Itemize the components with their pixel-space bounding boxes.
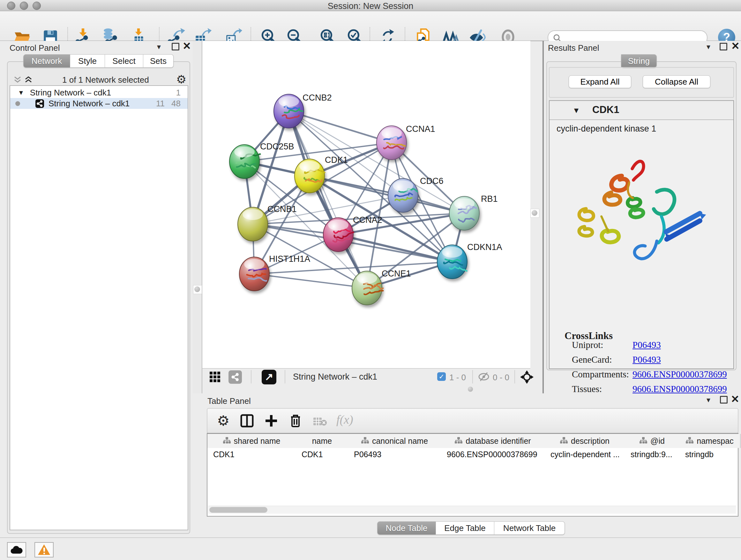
results-buttons-box: Expand All Collapse All (549, 67, 734, 98)
network-edge-CCNE1-HIST1H1A[interactable] (254, 274, 367, 288)
network-options-gear-icon[interactable]: ⚙ (176, 73, 186, 86)
table-panel-close-icon[interactable]: ✕ (731, 396, 739, 402)
gene-card-header[interactable]: ▼ CDK1 (549, 101, 733, 120)
scrollbar-thumb[interactable] (209, 507, 267, 513)
control-panel-undock-icon[interactable] (172, 43, 179, 51)
tab-style[interactable]: Style (70, 54, 105, 68)
tab-network-table[interactable]: Network Table (494, 521, 565, 535)
network-node-CDC25B[interactable]: CDC25B (229, 142, 294, 179)
table-cell[interactable]: stringdb:9... (625, 449, 679, 460)
add-column-icon[interactable] (264, 414, 278, 428)
table-cell[interactable]: 9606.ENSP00000378699 (441, 449, 545, 460)
table-panel-undock-icon[interactable] (720, 396, 728, 403)
left-splitter[interactable] (193, 41, 202, 393)
tab-select[interactable]: Select (105, 54, 143, 68)
results-panel-float-icon[interactable]: ▼ (705, 44, 712, 51)
network-view-toolbar: ↗ String Network – cdk1 ✓ 1 - 0 0 - 0 (202, 368, 530, 385)
warning-button[interactable] (35, 542, 54, 557)
network-node-CCNA1[interactable]: CCNA1 (377, 124, 435, 160)
results-panel-close-icon[interactable]: ✕ (731, 43, 740, 49)
network-node-CDK1[interactable]: CDK1 (294, 155, 348, 193)
node-label: CCNE1 (382, 269, 411, 278)
gene-description: cyclin-dependent kinase 1 (556, 124, 656, 134)
crosslink-label: GeneCard: (572, 354, 612, 365)
main-toolbar: ? (0, 11, 741, 41)
show-columns-icon[interactable] (240, 414, 254, 428)
network-tree-root-row[interactable]: ▼ String Network – cdk1 1 (10, 87, 188, 98)
collapse-all-icon[interactable] (13, 76, 22, 84)
column-header--id[interactable]: @id (625, 434, 680, 448)
delete-table-icon (313, 417, 327, 426)
crosslink-link[interactable]: P06493 (632, 340, 661, 350)
horizontal-splitter-handle[interactable] (468, 387, 473, 392)
delete-column-trash-icon[interactable] (288, 413, 302, 428)
network-label: String Network – cdk1 (49, 99, 130, 109)
application-window: Session: New Session (0, 0, 741, 560)
column-type-icon (686, 436, 693, 446)
right-splitter-handle[interactable] (530, 209, 539, 218)
tab-node-table[interactable]: Node Table (377, 521, 436, 535)
collapse-arrow-icon[interactable]: ▼ (18, 89, 24, 97)
column-header-canonical-name[interactable]: canonical name (348, 434, 442, 448)
column-header-shared-name[interactable]: shared name (207, 434, 296, 448)
table-cell[interactable]: CDK1 (296, 449, 348, 460)
network-edge-CCNB2-CCNA1[interactable] (289, 111, 392, 143)
status-bar: Memory (0, 537, 741, 560)
cloud-button[interactable] (7, 542, 26, 557)
network-node-CCNB2[interactable]: CCNB2 (274, 93, 332, 128)
selected-checkbox-icon[interactable]: ✓ (437, 372, 446, 381)
network-collection-label: String Network – cdk1 (30, 88, 111, 98)
column-header-name[interactable]: name (296, 434, 349, 448)
collapse-arrow-icon[interactable]: ▼ (572, 106, 580, 115)
network-node-CDKN1A[interactable]: CDKN1A (437, 242, 502, 279)
control-panel-close-icon[interactable]: ✕ (183, 43, 191, 49)
column-header-namespac[interactable]: namespac (679, 434, 741, 448)
column-header-description[interactable]: description (545, 434, 625, 448)
node-label: CCNA1 (406, 124, 435, 134)
tab-string[interactable]: String (621, 54, 657, 68)
results-panel-undock-icon[interactable] (720, 43, 727, 51)
birdseye-grid-icon[interactable] (209, 371, 221, 383)
table-panel-float-icon[interactable]: ▼ (705, 396, 712, 404)
open-in-window-icon[interactable]: ↗ (262, 370, 276, 384)
column-label: database identifier (466, 436, 531, 446)
control-panel-float-icon[interactable]: ▼ (156, 44, 162, 51)
crosslink-link[interactable]: P06493 (632, 354, 661, 365)
hidden-node-edge-counts: 0 - 0 (493, 373, 509, 382)
network-node-CCNE1[interactable]: CCNE1 (352, 269, 411, 305)
column-label: canonical name (372, 436, 428, 446)
tab-sets[interactable]: Sets (143, 54, 174, 68)
node-label: CDC25B (260, 142, 294, 151)
network-tree-row-selected[interactable]: String Network – cdk1 11 48 (10, 98, 188, 109)
crosslink-label: Uniprot: (572, 340, 603, 350)
fit-selected-crosshair-icon[interactable] (520, 370, 534, 384)
network-badge-icon[interactable] (228, 370, 242, 384)
crosslink-row: Compartments:9606.ENSP00000378699 (572, 369, 725, 380)
expand-all-icon[interactable] (24, 76, 32, 84)
table-cell[interactable]: P06493 (348, 449, 441, 460)
column-label: shared name (234, 436, 280, 446)
table-cell[interactable]: cyclin-dependent ... (545, 449, 625, 460)
tab-network[interactable]: Network (23, 54, 70, 68)
table-cell[interactable]: CDK1 (207, 449, 296, 460)
network-selection-status: 1 of 1 Network selected (62, 75, 149, 85)
edge-count: 48 (172, 99, 181, 109)
node-label: HIST1H1A (269, 254, 310, 264)
left-splitter-handle[interactable] (193, 285, 202, 294)
crosslink-link[interactable]: 9606.ENSP00000378699 (632, 384, 727, 394)
column-label: description (571, 436, 610, 446)
hidden-eye-icon[interactable] (477, 372, 490, 381)
network-node-RB1[interactable]: RB1 (449, 194, 498, 230)
expand-all-button[interactable]: Expand All (569, 75, 631, 88)
right-splitter[interactable] (542, 41, 544, 393)
crosslink-link[interactable]: 9606.ENSP00000378699 (632, 369, 727, 380)
tab-edge-table[interactable]: Edge Table (436, 521, 494, 535)
column-header-database-identifier[interactable]: database identifier (441, 434, 545, 448)
results-panel: Results Panel ▼ ✕ String Expand All Coll… (544, 41, 741, 393)
collapse-all-button[interactable]: Collapse All (643, 75, 711, 88)
table-cell[interactable]: stringdb (679, 449, 740, 460)
network-graph[interactable]: CCNB2CCNA1CDC25BCDK1CDC6RB1CCNB1CCNA2CDK… (202, 41, 530, 368)
table-gear-icon[interactable]: ⚙ (217, 413, 229, 429)
table-horizontal-scrollbar[interactable] (208, 506, 736, 514)
table-tabs: Node TableEdge TableNetwork Table (377, 521, 565, 535)
